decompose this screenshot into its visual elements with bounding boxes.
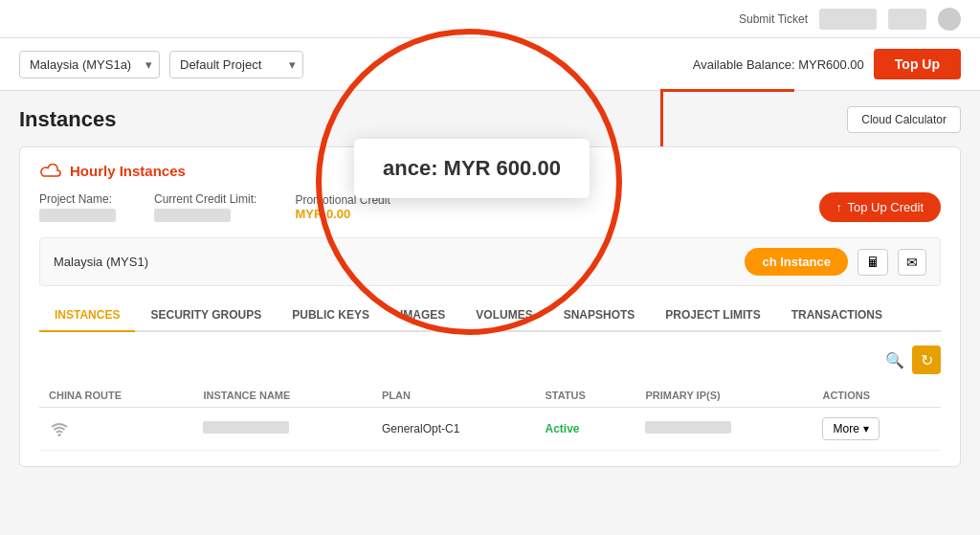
instances-table: CHINA ROUTE INSTANCE NAME PLAN STATUS PR… [39, 384, 941, 451]
project-name-item: Project Name: [39, 192, 116, 222]
credit-row: Project Name: Current Credit Limit: Prom… [39, 192, 941, 222]
tab-volumes[interactable]: VOLUMES [460, 300, 547, 332]
launch-instance-label: ch Instance [762, 255, 831, 269]
main-content: Instances Cloud Calculator Hourly Instan… [0, 91, 980, 482]
mail-icon: ✉ [906, 255, 918, 270]
tab-instances[interactable]: INSTANCES [39, 300, 135, 332]
col-status: STATUS [536, 384, 636, 408]
credit-limit-label: Current Credit Limit: [154, 192, 256, 206]
hourly-header: Hourly Instances [39, 163, 941, 179]
hourly-title: Hourly Instances [70, 163, 186, 179]
topup-credit-button[interactable]: ↑ Top Up Credit [819, 192, 941, 222]
region-label: Malaysia (MYS1) [54, 255, 148, 269]
header-row: Malaysia (MYS1a) Default Project Availab… [0, 38, 980, 91]
mail-icon-button[interactable]: ✉ [898, 249, 926, 276]
table-body: GeneralOpt-C1 Active More ▾ [39, 408, 941, 451]
cell-instance-name [193, 408, 372, 451]
promo-credit-label: Promotional Credit [295, 193, 390, 207]
table-header: CHINA ROUTE INSTANCE NAME PLAN STATUS PR… [39, 384, 941, 408]
more-actions-button[interactable]: More ▾ [822, 417, 879, 440]
project-select-wrapper: Default Project [169, 51, 303, 78]
wifi-icon [50, 419, 69, 438]
table-row: GeneralOpt-C1 Active More ▾ [39, 408, 941, 451]
tab-project-limits[interactable]: PROJECT LIMITS [650, 300, 775, 332]
submit-ticket-link[interactable]: Submit Ticket [739, 12, 808, 26]
user-avatar-1 [819, 9, 877, 30]
available-balance-text: Available Balance: MYR600.00 [693, 57, 864, 72]
col-china-route: CHINA ROUTE [39, 384, 193, 408]
status-badge: Active [546, 422, 580, 435]
instance-name-value [203, 421, 289, 434]
tab-images[interactable]: IMAGES [385, 300, 460, 332]
topup-credit-label: Top Up Credit [848, 200, 924, 214]
search-icon: 🔍 [885, 352, 904, 368]
top-nav: Submit Ticket [0, 0, 980, 38]
tab-snapshots[interactable]: SNAPSHOTS [548, 300, 651, 332]
page-title: Instances [19, 107, 117, 132]
tab-security-groups[interactable]: SECURITY GROUPS [135, 300, 277, 332]
route-icon [49, 418, 70, 439]
cell-status: Active [536, 408, 636, 451]
cell-actions: More ▾ [813, 408, 941, 451]
credit-limit-item: Current Credit Limit: [154, 192, 256, 222]
refresh-button[interactable]: ↻ [912, 346, 941, 374]
tabs-row: INSTANCES SECURITY GROUPS PUBLIC KEYS IM… [39, 300, 941, 332]
refresh-icon: ↻ [921, 351, 933, 369]
col-primary-ips: PRIMARY IP(S) [635, 384, 813, 408]
launch-instance-button[interactable]: ch Instance [745, 248, 848, 276]
chevron-down-icon: ▾ [863, 422, 869, 435]
cell-plan: GeneralOpt-C1 [372, 408, 536, 451]
more-label: More [833, 422, 858, 435]
ip-value [645, 421, 731, 434]
col-instance-name: INSTANCE NAME [193, 384, 372, 408]
instances-card: Hourly Instances Project Name: Current C… [19, 146, 961, 467]
cell-primary-ips [635, 408, 813, 451]
tab-public-keys[interactable]: PUBLIC KEYS [277, 300, 385, 332]
region-select-wrapper: Malaysia (MYS1a) [19, 51, 160, 78]
col-plan: PLAN [372, 384, 536, 408]
project-name-value [39, 209, 116, 222]
col-actions: ACTIONS [813, 384, 941, 408]
svg-point-0 [58, 434, 61, 436]
cell-china-route [39, 408, 193, 451]
promo-credit-value: MYR 0.00 [295, 207, 390, 221]
search-button[interactable]: 🔍 [885, 346, 904, 374]
arrow-up-icon: ↑ [836, 201, 842, 214]
project-name-label: Project Name: [39, 192, 116, 206]
tab-transactions[interactable]: TRANSACTIONS [776, 300, 898, 332]
credit-limit-value [154, 209, 231, 222]
region-row: Malaysia (MYS1) ch Instance 🖩 ✉ [39, 237, 941, 286]
user-avatar-img [938, 8, 961, 31]
topup-button[interactable]: Top Up [874, 49, 961, 79]
page-header: Instances Cloud Calculator [19, 106, 961, 133]
user-avatar-2 [888, 9, 926, 30]
region-select[interactable]: Malaysia (MYS1a) [19, 51, 160, 78]
calculator-icon: 🖩 [866, 255, 880, 270]
project-select[interactable]: Default Project [169, 51, 303, 78]
promo-credit-item: Promotional Credit MYR 0.00 [295, 192, 390, 221]
calculator-icon-button[interactable]: 🖩 [858, 249, 888, 276]
cloud-icon [39, 164, 62, 179]
table-actions: 🔍 ↻ [39, 346, 941, 374]
cloud-calculator-button[interactable]: Cloud Calculator [847, 106, 961, 133]
